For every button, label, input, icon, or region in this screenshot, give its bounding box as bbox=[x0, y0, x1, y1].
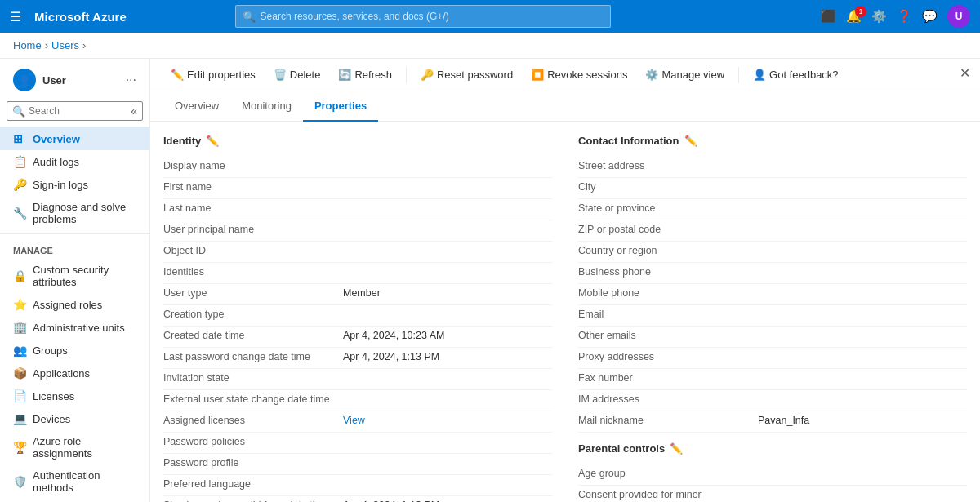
tabs: Overview Monitoring Properties bbox=[150, 91, 980, 122]
nav-icons: ⬛ 🔔 1 ⚙️ ❓ 💬 U bbox=[821, 5, 970, 28]
contact-edit-icon[interactable]: ✏️ bbox=[684, 135, 697, 147]
sidebar-item-audit-label: Audit logs bbox=[33, 156, 79, 168]
refresh-label: Refresh bbox=[354, 69, 392, 81]
prop-label: Fax number bbox=[578, 372, 758, 384]
custom-security-icon: 🔒 bbox=[13, 269, 26, 282]
sidebar-search-input[interactable] bbox=[29, 105, 124, 117]
refresh-button[interactable]: 🔄 Refresh bbox=[331, 64, 399, 86]
prop-label: Preferred language bbox=[163, 478, 343, 490]
toolbar-divider-2 bbox=[738, 67, 739, 83]
sidebar-item-licenses[interactable]: 📄 Licenses bbox=[0, 384, 149, 407]
search-icon: 🔍 bbox=[243, 11, 256, 23]
prop-row: External user state change date time bbox=[163, 390, 552, 411]
sidebar-item-admin-units[interactable]: 🏢 Administrative units bbox=[0, 316, 149, 339]
revoke-sessions-button[interactable]: ⏹️ Revoke sessions bbox=[523, 64, 635, 86]
identity-section-title: Identity ✏️ bbox=[163, 135, 552, 147]
prop-label: Created date time bbox=[163, 330, 343, 341]
contact-section-title: Contact Information ✏️ bbox=[578, 135, 967, 147]
licenses-icon: 📄 bbox=[13, 389, 26, 402]
notifications-icon[interactable]: 🔔 1 bbox=[846, 9, 862, 24]
close-button[interactable]: ✕ bbox=[960, 65, 970, 81]
avatar[interactable]: U bbox=[947, 5, 970, 28]
prop-row: Display name bbox=[163, 157, 552, 178]
sidebar-user: 👤 User bbox=[13, 69, 66, 91]
prop-value: Apr 4, 2024, 10:23 AM bbox=[343, 330, 444, 341]
sidebar-item-audit-logs[interactable]: 📋 Audit logs bbox=[0, 150, 149, 173]
sidebar-item-azure-role[interactable]: 🏆 Azure role assignments bbox=[0, 430, 149, 464]
prop-row: Proxy addresses bbox=[578, 348, 967, 369]
reset-password-button[interactable]: 🔑 Reset password bbox=[413, 64, 520, 86]
prop-row: Mobile phone bbox=[578, 284, 967, 305]
prop-row: Password profile bbox=[163, 454, 552, 475]
sidebar-item-assigned-roles[interactable]: ⭐ Assigned roles bbox=[0, 293, 149, 316]
delete-button[interactable]: 🗑️ Delete bbox=[266, 64, 328, 86]
diagnose-icon: 🔧 bbox=[13, 207, 26, 220]
sidebar-item-custom-security[interactable]: 🔒 Custom security attributes bbox=[0, 259, 149, 293]
sidebar-search-container: 🔍 « bbox=[7, 101, 143, 121]
search-placeholder: Search resources, services, and docs (G+… bbox=[261, 11, 449, 22]
sidebar-user-label: User bbox=[42, 74, 66, 87]
breadcrumb-sep2: › bbox=[82, 39, 86, 51]
prop-label: IM addresses bbox=[578, 393, 758, 405]
tab-properties[interactable]: Properties bbox=[303, 91, 378, 122]
notifications-badge: 1 bbox=[855, 6, 866, 17]
breadcrumb: Home › Users › bbox=[0, 33, 980, 59]
tab-monitoring[interactable]: Monitoring bbox=[230, 91, 303, 122]
breadcrumb-users[interactable]: Users bbox=[51, 39, 79, 51]
prop-label: Last name bbox=[163, 202, 343, 214]
prop-row: Assigned licensesView bbox=[163, 411, 552, 433]
prop-value[interactable]: View bbox=[343, 415, 365, 426]
breadcrumb-home[interactable]: Home bbox=[13, 39, 42, 51]
prop-row: Preferred language bbox=[163, 475, 552, 496]
prop-label: User type bbox=[163, 287, 343, 299]
sidebar-item-sign-in-logs[interactable]: 🔑 Sign-in logs bbox=[0, 173, 149, 196]
prop-label: Mail nickname bbox=[578, 415, 758, 426]
refresh-icon: 🔄 bbox=[338, 69, 351, 81]
prop-row: Password policies bbox=[163, 433, 552, 454]
parental-edit-icon[interactable]: ✏️ bbox=[670, 442, 683, 455]
prop-label: Other emails bbox=[578, 330, 758, 341]
help-icon[interactable]: ❓ bbox=[897, 9, 912, 24]
prop-row: Created date timeApr 4, 2024, 10:23 AM bbox=[163, 327, 552, 348]
prop-row: Invitation state bbox=[163, 369, 552, 390]
prop-label: Display name bbox=[163, 160, 343, 171]
contact-fields: Street addressCityState or provinceZIP o… bbox=[578, 157, 967, 433]
prop-label: Assigned licenses bbox=[163, 415, 343, 426]
prop-row: Sign in sessions valid from date timeApr… bbox=[163, 496, 552, 502]
prop-label: Creation type bbox=[163, 309, 343, 320]
sidebar: 👤 User ··· 🔍 « ⊞ Overview 📋 Audit logs 🔑… bbox=[0, 59, 150, 502]
identity-edit-icon[interactable]: ✏️ bbox=[206, 135, 219, 147]
reset-password-icon: 🔑 bbox=[421, 69, 434, 81]
sidebar-ellipsis-btn[interactable]: ··· bbox=[126, 73, 136, 87]
prop-label: Last password change date time bbox=[163, 351, 343, 362]
sidebar-item-groups-label: Groups bbox=[33, 344, 68, 357]
feedback-button[interactable]: 👤 Got feedback? bbox=[746, 64, 846, 86]
tab-overview[interactable]: Overview bbox=[163, 91, 230, 122]
sidebar-collapse-icon[interactable]: « bbox=[131, 104, 137, 118]
devices-icon: 💻 bbox=[13, 412, 26, 425]
feedback-icon[interactable]: 💬 bbox=[922, 9, 938, 24]
applications-icon: 📦 bbox=[13, 367, 26, 380]
prop-row: State or province bbox=[578, 199, 967, 220]
sidebar-item-devices[interactable]: 💻 Devices bbox=[0, 407, 149, 430]
sidebar-item-overview[interactable]: ⊞ Overview bbox=[0, 127, 149, 150]
hamburger-icon[interactable]: ☰ bbox=[10, 9, 21, 24]
sidebar-item-devices-label: Devices bbox=[33, 413, 70, 425]
edit-properties-button[interactable]: ✏️ Edit properties bbox=[163, 64, 263, 86]
sidebar-item-applications[interactable]: 📦 Applications bbox=[0, 362, 149, 384]
global-search[interactable]: 🔍 Search resources, services, and docs (… bbox=[235, 5, 611, 28]
prop-row: Creation type bbox=[163, 305, 552, 327]
prop-row: City bbox=[578, 178, 967, 199]
prop-row: IM addresses bbox=[578, 390, 967, 411]
sidebar-item-auth-methods[interactable]: 🛡️ Authentication methods bbox=[0, 464, 149, 499]
terminal-icon[interactable]: ⬛ bbox=[821, 9, 836, 24]
sidebar-item-diagnose[interactable]: 🔧 Diagnose and solve problems bbox=[0, 196, 149, 230]
manage-view-button[interactable]: ⚙️ Manage view bbox=[638, 64, 732, 86]
sidebar-item-assigned-roles-label: Assigned roles bbox=[33, 299, 102, 311]
admin-units-icon: 🏢 bbox=[13, 321, 26, 334]
settings-icon[interactable]: ⚙️ bbox=[871, 9, 887, 24]
sidebar-item-groups[interactable]: 👥 Groups bbox=[0, 339, 149, 362]
prop-row: Country or region bbox=[578, 242, 967, 263]
prop-row: Email bbox=[578, 305, 967, 327]
sidebar-item-licenses-label: Licenses bbox=[33, 390, 74, 402]
